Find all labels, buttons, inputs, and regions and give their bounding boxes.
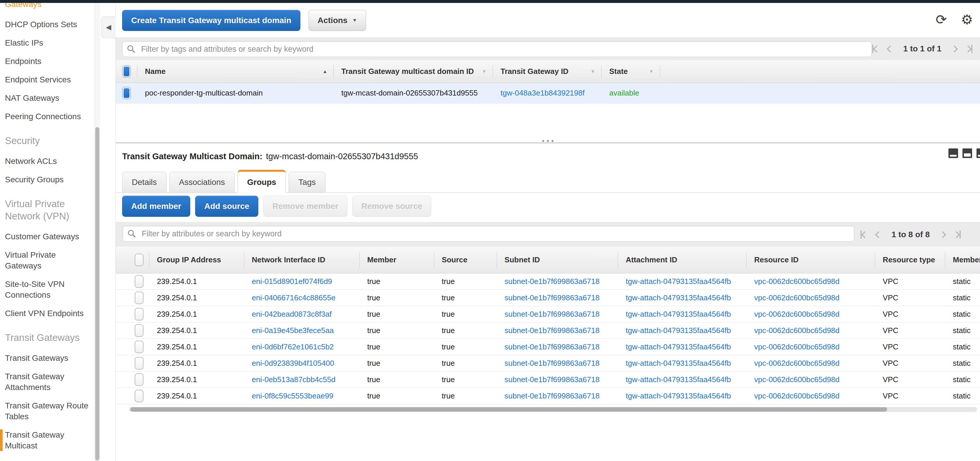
column-header-multicast-domain-id[interactable]: Transit Gateway multicast domain ID ▼ [334,60,493,83]
sidebar-item-peering-connections[interactable]: Peering Connections [0,111,92,122]
horizontal-scrollbar-thumb[interactable] [130,407,887,412]
groups-table-row[interactable]: 239.254.0.1eni-04066716c4c88655etruetrue… [116,290,980,306]
column-header-group-ip-address[interactable]: Group IP Address [149,246,244,273]
row-checkbox[interactable] [135,374,143,386]
groups-table-row[interactable]: 239.254.0.1eni-042bead0873c8f3aftruetrue… [116,306,980,323]
groups-table-row[interactable]: 239.254.0.1eni-0d923839b4f105400truetrue… [116,355,980,372]
sidebar-item-elastic-ips[interactable]: Elastic IPs [0,37,92,48]
cell-resource-id[interactable]: vpc-0062dc600bc65d98d [746,339,875,355]
first-page-button[interactable] [872,45,879,53]
sidebar-item-transit-gateway-multicast[interactable]: Transit Gateway Multicast [0,429,92,451]
sidebar-item-transit-gateway-route-tables[interactable]: Transit Gateway Route Tables [0,400,92,422]
tab-details[interactable]: Details [122,172,167,193]
sidebar-item-client-vpn-endpoints[interactable]: Client VPN Endpoints [0,308,92,319]
column-header-state[interactable]: State ▼ [601,60,660,83]
cell-resource-id[interactable]: vpc-0062dc600bc65d98d [746,290,875,306]
add-member-button[interactable]: Add member [122,196,190,217]
row-checkbox[interactable] [122,87,131,99]
sidebar-item-dhcp-options-sets[interactable]: DHCP Options Sets [0,19,92,30]
cell-subnet-id[interactable]: subnet-0e1b7f699863a6718 [497,339,618,355]
last-page-button[interactable] [966,45,972,53]
sidebar-item-security-groups[interactable]: Security Groups [0,174,92,185]
domains-filter-input[interactable] [122,41,872,57]
cell-network-interface-id[interactable]: eni-015d8901ef074f6d9 [244,273,360,289]
sidebar-collapse-button[interactable]: ◀ [101,16,116,38]
groups-table-row[interactable]: 239.254.0.1eni-0a19e45be3fece5aatruetrue… [116,323,980,339]
row-checkbox[interactable] [135,324,143,337]
cell-subnet-id[interactable]: subnet-0e1b7f699863a6718 [497,372,618,388]
cell-subnet-id[interactable]: subnet-0e1b7f699863a6718 [497,306,618,322]
groups-table-row[interactable]: 239.254.0.1eni-015d8901ef074f6d9truetrue… [116,273,980,290]
next-page-button[interactable] [940,232,945,237]
groups-filter-input[interactable] [123,226,854,242]
sidebar-item-transit-gateways[interactable]: Transit Gateways [0,353,92,363]
row-checkbox[interactable] [135,390,143,402]
sidebar-item-gateways[interactable]: Gateways [0,3,92,10]
cell-attachment-id[interactable]: tgw-attach-04793135faa4564fb [618,290,746,306]
cell-network-interface-id[interactable]: eni-0d6bf762e1061c5b2 [244,339,360,355]
domain-table-row[interactable]: poc-responder-tg-multicast-domain tgw-mc… [116,83,980,103]
row-checkbox[interactable] [135,357,143,370]
sidebar-item-site-to-site-vpn-connections[interactable]: Site-to-Site VPN Connections [0,279,92,300]
cell-network-interface-id[interactable]: eni-0f8c59c5553beae99 [244,388,360,404]
cell-subnet-id[interactable]: subnet-0e1b7f699863a6718 [497,355,618,371]
previous-page-button[interactable] [888,46,892,51]
column-header-source[interactable]: Source [434,246,497,273]
actions-button[interactable]: Actions ▼ [309,10,366,31]
cell-attachment-id[interactable]: tgw-attach-04793135faa4564fb [618,355,746,371]
tab-tags[interactable]: Tags [289,172,325,193]
column-header-network-interface-id[interactable]: Network Interface ID [244,246,360,273]
cell-attachment-id[interactable]: tgw-attach-04793135faa4564fb [618,339,746,355]
groups-table-row[interactable]: 239.254.0.1eni-0d6bf762e1061c5b2truetrue… [116,339,980,355]
pane-splitter[interactable] [116,142,980,143]
cell-resource-id[interactable]: vpc-0062dc600bc65d98d [746,273,875,289]
cell-attachment-id[interactable]: tgw-attach-04793135faa4564fb [618,306,746,322]
groups-table-row[interactable]: 239.254.0.1eni-0f8c59c5553beae99truetrue… [116,388,980,404]
layout-bottom-small-icon[interactable] [948,148,958,158]
cell-subnet-id[interactable]: subnet-0e1b7f699863a6718 [497,290,618,306]
last-page-button[interactable] [954,230,961,239]
groups-table-row[interactable]: 239.254.0.1eni-0eb513a87cbb4c55dtruetrue… [116,372,980,388]
sidebar-scrollbar-thumb[interactable] [95,127,99,460]
column-header-resource-type[interactable]: Resource type [875,246,945,273]
add-source-button[interactable]: Add source [195,196,258,217]
column-header-attachment-id[interactable]: Attachment ID [618,246,746,273]
sidebar-item-nat-gateways[interactable]: NAT Gateways [0,92,92,103]
sidebar-item-customer-gateways[interactable]: Customer Gateways [0,231,92,242]
column-header-resource-id[interactable]: Resource ID [746,246,875,273]
cell-network-interface-id[interactable]: eni-0d923839b4f105400 [244,355,360,371]
layout-toggle-clipped-icon[interactable] [977,148,980,158]
next-page-button[interactable] [952,46,957,51]
row-checkbox[interactable] [135,292,143,304]
cell-attachment-id[interactable]: tgw-attach-04793135faa4564fb [618,372,746,388]
cell-subnet-id[interactable]: subnet-0e1b7f699863a6718 [497,323,618,339]
cell-network-interface-id[interactable]: eni-04066716c4c88655e [244,290,360,306]
splitter-drag-handle-icon[interactable] [542,140,554,142]
row-checkbox[interactable] [135,341,143,353]
sidebar-item-transit-gateway-attachments[interactable]: Transit Gateway Attachments [0,371,92,393]
column-header-transit-gateway-id[interactable]: Transit Gateway ID ▼ [493,60,601,83]
cell-resource-id[interactable]: vpc-0062dc600bc65d98d [746,355,875,371]
row-checkbox[interactable] [135,275,143,288]
cell-resource-id[interactable]: vpc-0062dc600bc65d98d [746,306,875,322]
sidebar-item-endpoint-services[interactable]: Endpoint Services [0,74,92,85]
column-header-name[interactable]: Name ▲ [137,60,334,83]
tab-groups[interactable]: Groups [237,170,286,193]
refresh-icon[interactable]: ⟳ [935,13,947,26]
cell-transit-gateway-id-link[interactable]: tgw-048a3e1b84392198f [493,83,601,103]
cell-network-interface-id[interactable]: eni-042bead0873c8f3af [244,306,360,322]
sidebar-item-endpoints[interactable]: Endpoints [0,56,92,67]
cell-network-interface-id[interactable]: eni-0eb513a87cbb4c55d [244,372,360,388]
cell-attachment-id[interactable]: tgw-attach-04793135faa4564fb [618,273,746,289]
create-multicast-domain-button[interactable]: Create Transit Gateway multicast domain [122,10,301,31]
row-checkbox[interactable] [135,308,143,321]
cell-attachment-id[interactable]: tgw-attach-04793135faa4564fb [618,323,746,339]
sidebar-item-virtual-private-gateways[interactable]: Virtual Private Gateways [0,250,92,271]
cell-attachment-id[interactable]: tgw-attach-04793135faa4564fb [618,388,746,404]
cell-resource-id[interactable]: vpc-0062dc600bc65d98d [746,388,875,404]
layout-bottom-large-icon[interactable] [963,148,972,158]
cell-subnet-id[interactable]: subnet-0e1b7f699863a6718 [497,388,618,404]
settings-gear-icon[interactable]: ⚙ [961,13,973,26]
select-all-checkbox[interactable] [122,65,131,78]
column-header-member[interactable]: Member [360,246,434,273]
